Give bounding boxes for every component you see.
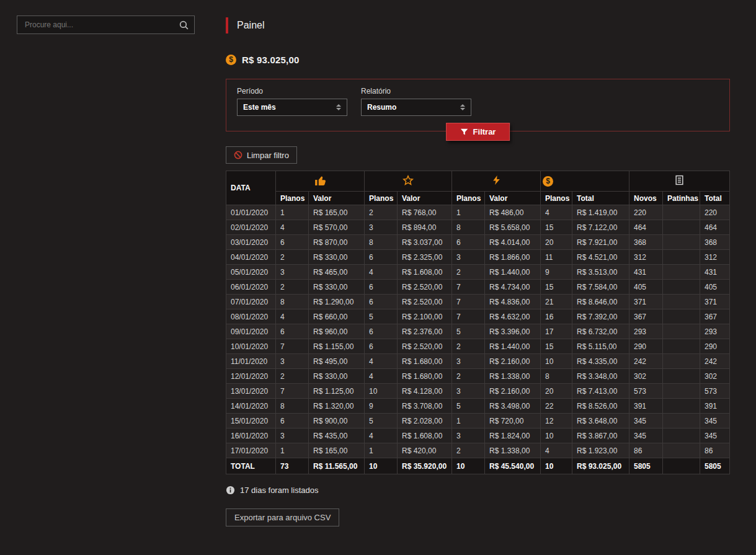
value-cell <box>663 295 700 309</box>
receipt-icon <box>674 175 685 185</box>
total-value-cell: 73 <box>276 458 309 474</box>
value-cell: 290 <box>629 339 663 354</box>
value-cell: 6 <box>365 324 398 339</box>
title-accent-bar <box>226 17 228 33</box>
date-cell: 09/01/2020 <box>226 324 276 339</box>
value-cell: 3 <box>452 384 485 399</box>
value-cell: R$ 7.584,00 <box>572 280 629 295</box>
filtrar-label: Filtrar <box>473 127 496 136</box>
value-cell: 7 <box>452 280 485 295</box>
value-cell: 8 <box>452 220 485 235</box>
value-cell: 4 <box>276 309 309 324</box>
column-header: Novos <box>629 192 663 205</box>
page-header: Painel <box>226 17 730 34</box>
date-cell: 15/01/2020 <box>226 414 276 428</box>
listed-info-row: 17 dias foram listados <box>226 485 730 495</box>
value-cell: R$ 7.921,00 <box>572 235 629 250</box>
value-cell: 5 <box>452 324 485 339</box>
limpar-filtro-button[interactable]: Limpar filtro <box>226 146 297 164</box>
value-cell: R$ 3.498,00 <box>485 399 541 414</box>
value-cell: 6 <box>276 235 309 250</box>
group-header-bolt <box>452 171 541 192</box>
main-content: Painel $ R$ 93.025,00 Período Este mês R… <box>226 17 730 526</box>
periodo-selected-value: Este mês <box>243 103 276 112</box>
column-header: Planos <box>452 192 485 205</box>
value-cell: 1 <box>276 443 309 458</box>
value-cell: 345 <box>700 428 730 443</box>
summary-row: $ R$ 93.025,00 <box>226 54 730 65</box>
value-cell: 367 <box>700 309 730 324</box>
value-cell: 391 <box>629 399 663 414</box>
value-cell: 11 <box>541 250 572 265</box>
value-cell: 22 <box>541 399 572 414</box>
star-icon <box>402 175 414 186</box>
value-cell: 302 <box>629 369 663 384</box>
value-cell: 573 <box>700 384 730 399</box>
value-cell <box>663 265 700 280</box>
value-cell: 4 <box>276 220 309 235</box>
table-row: 02/01/20204R$ 570,003R$ 894,008R$ 5.658,… <box>226 220 730 235</box>
thumbs-up-icon <box>314 175 326 186</box>
value-cell: 3 <box>365 220 398 235</box>
search-icon[interactable] <box>179 20 189 30</box>
value-cell: R$ 165,00 <box>309 443 365 458</box>
value-cell: R$ 8.526,00 <box>572 399 629 414</box>
value-cell: R$ 870,00 <box>309 235 365 250</box>
search-input[interactable] <box>19 20 179 29</box>
value-cell: R$ 330,00 <box>309 280 365 295</box>
value-cell: 368 <box>629 235 663 250</box>
periodo-field: Período Este mês <box>237 87 347 131</box>
value-cell: 4 <box>365 354 398 369</box>
app-window: Painel $ R$ 93.025,00 Período Este mês R… <box>0 0 756 555</box>
value-cell: 345 <box>700 414 730 428</box>
value-cell <box>663 384 700 399</box>
value-cell: R$ 900,00 <box>309 414 365 428</box>
value-cell: R$ 2.160,00 <box>485 384 541 399</box>
table-footer: TOTAL73R$ 11.565,0010R$ 35.920,0010R$ 45… <box>226 458 730 474</box>
value-cell: 2 <box>276 369 309 384</box>
relatorio-selected-value: Resumo <box>367 103 396 112</box>
table-row: 06/01/20202R$ 330,006R$ 2.520,007R$ 4.73… <box>226 280 730 295</box>
filter-funnel-icon <box>460 128 468 136</box>
value-cell: 431 <box>700 265 730 280</box>
relatorio-select[interactable]: Resumo <box>361 99 471 116</box>
value-cell: 6 <box>452 235 485 250</box>
value-cell: R$ 330,00 <box>309 250 365 265</box>
value-cell: 3 <box>276 428 309 443</box>
value-cell: 290 <box>700 339 730 354</box>
filter-panel: Período Este mês Relatório Resumo <box>226 79 730 131</box>
value-cell: 1 <box>452 205 485 220</box>
value-cell: 345 <box>629 414 663 428</box>
table-total-row: TOTAL73R$ 11.565,0010R$ 35.920,0010R$ 45… <box>226 458 730 474</box>
value-cell: R$ 6.732,00 <box>572 324 629 339</box>
value-cell: 3 <box>276 265 309 280</box>
value-cell: 2 <box>452 443 485 458</box>
limpar-filtro-label: Limpar filtro <box>247 151 289 160</box>
export-csv-button[interactable]: Exportar para arquivo CSV <box>226 508 339 526</box>
page-title: Painel <box>237 20 264 31</box>
value-cell: R$ 3.396,00 <box>485 324 541 339</box>
data-table: DATA <box>226 171 730 474</box>
value-cell <box>663 339 700 354</box>
group-header-receipt <box>629 171 730 192</box>
value-cell: 2 <box>276 280 309 295</box>
date-cell: 04/01/2020 <box>226 250 276 265</box>
value-cell: 6 <box>365 250 398 265</box>
value-cell: R$ 1.440,00 <box>485 339 541 354</box>
value-cell: R$ 8.646,00 <box>572 295 629 309</box>
table-row: 08/01/20204R$ 660,005R$ 2.100,007R$ 4.63… <box>226 309 730 324</box>
value-cell: R$ 465,00 <box>309 265 365 280</box>
select-stepper-icon <box>336 104 341 110</box>
value-cell: 5 <box>365 414 398 428</box>
filtrar-button[interactable]: Filtrar <box>446 123 510 141</box>
value-cell: 6 <box>365 339 398 354</box>
value-cell: R$ 5.115,00 <box>572 339 629 354</box>
date-cell: 11/01/2020 <box>226 354 276 369</box>
value-cell: 8 <box>365 235 398 250</box>
table-row: 12/01/20202R$ 330,004R$ 1.680,002R$ 1.33… <box>226 369 730 384</box>
value-cell: 10 <box>365 384 398 399</box>
value-cell: 2 <box>452 265 485 280</box>
value-cell: 10 <box>541 428 572 443</box>
periodo-select[interactable]: Este mês <box>237 99 347 116</box>
value-cell: 7 <box>276 384 309 399</box>
